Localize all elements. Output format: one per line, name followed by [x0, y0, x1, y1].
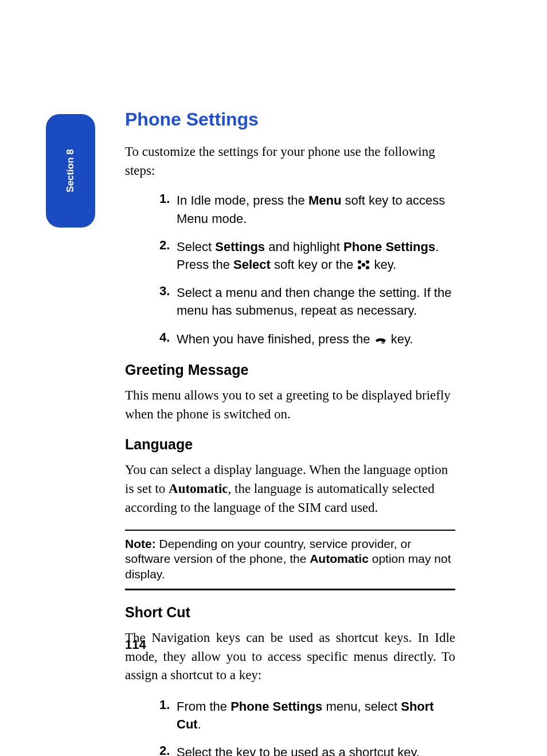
- intro-text: To customize the settings for your phone…: [125, 143, 455, 180]
- step-number: 1.: [159, 191, 177, 227]
- section-tab-label: Section 8: [65, 149, 76, 193]
- svg-point-0: [358, 260, 361, 264]
- step-number: 1.: [159, 698, 177, 733]
- bold-text: Phone Settings: [230, 699, 322, 714]
- greeting-body: This menu allows you to set a greeting t…: [125, 386, 455, 424]
- text: Select: [177, 240, 215, 254]
- text: From the: [177, 699, 230, 714]
- step-body: Select a menu and then change the settin…: [177, 284, 455, 319]
- page-number: 114: [125, 637, 146, 652]
- text: When you have finished, press the: [177, 332, 374, 346]
- steps-list: 1. In Idle mode, press the Menu soft key…: [125, 191, 455, 348]
- shortcut-heading: Short Cut: [125, 604, 455, 621]
- ok-key-icon: [357, 257, 370, 269]
- text: key.: [370, 257, 396, 272]
- language-heading: Language: [125, 436, 455, 453]
- step-number: 4.: [159, 330, 177, 348]
- manual-page: Section 8 Phone Settings To customize th…: [0, 0, 547, 756]
- step-number: 3.: [159, 284, 177, 319]
- svg-point-1: [366, 260, 369, 264]
- shortcut-step-2: 2. Select the key to be used as a shortc…: [125, 743, 455, 756]
- text: soft key or the: [271, 257, 357, 272]
- shortcut-body: The Navigation keys can be used as short…: [125, 629, 455, 685]
- language-body: You can select a display language. When …: [125, 461, 455, 517]
- step-3: 3. Select a menu and then change the set…: [125, 284, 455, 319]
- note-text: Note: Depending on your country, service…: [125, 536, 455, 582]
- note-label: Note:: [125, 537, 156, 550]
- step-4: 4. When you have finished, press the key…: [125, 330, 455, 348]
- svg-point-2: [362, 263, 365, 267]
- svg-point-4: [366, 266, 369, 269]
- shortcut-step-1: 1. From the Phone Settings menu, select …: [125, 698, 455, 733]
- step-body: When you have finished, press the key.: [177, 330, 455, 348]
- bold-text: Settings: [215, 240, 265, 254]
- step-body: Select Settings and highlight Phone Sett…: [177, 238, 455, 273]
- svg-point-3: [358, 266, 361, 269]
- text: menu, select: [322, 699, 401, 714]
- step-number: 2.: [159, 238, 177, 273]
- shortcut-steps-list: 1. From the Phone Settings menu, select …: [125, 698, 455, 756]
- step-2: 2. Select Settings and highlight Phone S…: [125, 238, 455, 273]
- note-box: Note: Depending on your country, service…: [125, 530, 455, 590]
- bold-text: Phone Settings: [343, 240, 435, 254]
- text: and highlight: [265, 240, 343, 254]
- step-number: 2.: [159, 743, 177, 756]
- bold-text: Select: [233, 257, 271, 272]
- bold-text: Automatic: [169, 481, 228, 496]
- content-area: Phone Settings To customize the settings…: [125, 109, 455, 756]
- text: In Idle mode, press the: [177, 193, 308, 207]
- bold-text: Menu: [308, 193, 341, 207]
- step-body: In Idle mode, press the Menu soft key to…: [177, 191, 455, 227]
- step-body: Select the key to be used as a shortcut …: [177, 743, 455, 756]
- page-title: Phone Settings: [125, 109, 455, 130]
- greeting-heading: Greeting Message: [125, 362, 455, 378]
- section-tab: Section 8: [46, 114, 95, 228]
- text: .: [198, 717, 201, 731]
- step-body: From the Phone Settings menu, select Sho…: [177, 698, 455, 733]
- text: key.: [388, 332, 413, 346]
- end-key-icon: [374, 332, 388, 343]
- bold-text: Automatic: [310, 552, 369, 565]
- step-1: 1. In Idle mode, press the Menu soft key…: [125, 191, 455, 227]
